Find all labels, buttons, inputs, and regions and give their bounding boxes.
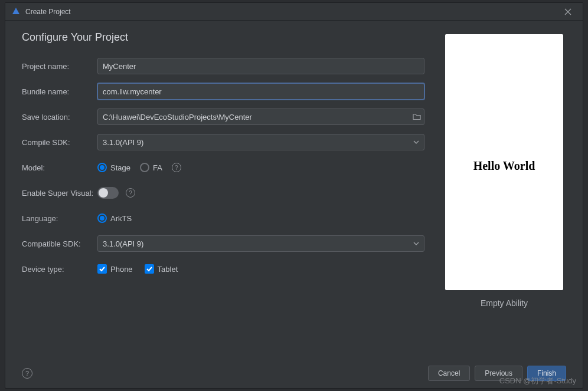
help-icon[interactable]: ? [172,163,181,172]
compile-sdk-select[interactable]: 3.1.0(API 9) [97,134,424,150]
radio-stage[interactable]: Stage [97,163,130,172]
form-area: Configure Your Project Project name: Bun… [22,31,442,351]
cancel-button[interactable]: Cancel [428,366,470,381]
super-visual-toggle[interactable] [97,187,119,199]
row-device-type: Device type: Phone Tablet [22,261,424,277]
label-super-visual: Enable Super Visual: [22,189,97,198]
dialog-body: Configure Your Project Project name: Bun… [5,21,583,357]
preview-area: Hello World Empty Ability [442,31,566,351]
radio-fa-label: FA [153,163,162,172]
checkbox-tablet-label: Tablet [158,265,178,274]
row-compatible-sdk: Compatible SDK: 3.1.0(API 9) [22,235,424,252]
compile-sdk-value: 3.1.0(API 9) [103,138,143,147]
row-save-location: Save location: [22,109,424,125]
row-super-visual: Enable Super Visual: ? [22,185,424,201]
svg-marker-0 [12,8,19,14]
close-icon[interactable] [559,3,577,21]
label-bundle-name: Bundle name: [22,87,97,96]
footer: ? Cancel Previous Finish [5,357,583,388]
radio-fa[interactable]: FA [140,163,162,172]
row-project-name: Project name: [22,58,424,74]
app-icon [11,7,21,17]
window-title: Create Project [25,8,559,16]
label-compile-sdk: Compile SDK: [22,138,97,147]
save-location-input[interactable] [97,109,424,125]
radio-stage-label: Stage [110,163,130,172]
radio-icon [140,163,149,172]
row-model: Model: Stage FA ? [22,159,424,176]
row-bundle-name: Bundle name: [22,83,424,100]
check-icon [97,264,107,274]
preview-caption: Empty Ability [481,298,528,308]
label-device-type: Device type: [22,265,97,274]
titlebar: Create Project [5,3,583,21]
create-project-dialog: Create Project Configure Your Project Pr… [5,2,583,389]
help-icon[interactable]: ? [126,188,135,198]
label-compatible-sdk: Compatible SDK: [22,239,97,248]
row-language: Language: ArkTS [22,210,424,226]
checkbox-phone[interactable]: Phone [97,264,133,274]
page-title: Configure Your Project [22,31,424,44]
label-language: Language: [22,214,97,223]
checkbox-phone-label: Phone [110,265,133,274]
project-name-input[interactable] [97,58,424,74]
label-model: Model: [22,163,97,172]
radio-arkts-label: ArkTS [110,214,132,223]
compatible-sdk-select[interactable]: 3.1.0(API 9) [97,235,424,252]
help-icon[interactable]: ? [22,368,32,379]
bundle-name-input[interactable] [97,83,424,100]
label-save-location: Save location: [22,113,97,121]
checkbox-tablet[interactable]: Tablet [145,264,178,274]
check-icon [145,264,154,274]
chevron-down-icon [413,241,419,247]
watermark: CSDN @初学者-Study [499,376,576,386]
label-project-name: Project name: [22,62,97,71]
radio-icon [97,163,107,172]
preview-text: Hello World [473,159,535,173]
compatible-sdk-value: 3.1.0(API 9) [103,239,143,248]
radio-icon [97,213,107,223]
row-compile-sdk: Compile SDK: 3.1.0(API 9) [22,134,424,150]
radio-arkts[interactable]: ArkTS [97,213,132,223]
preview-device: Hello World [445,34,563,290]
folder-icon[interactable] [413,113,421,121]
chevron-down-icon [413,139,419,145]
